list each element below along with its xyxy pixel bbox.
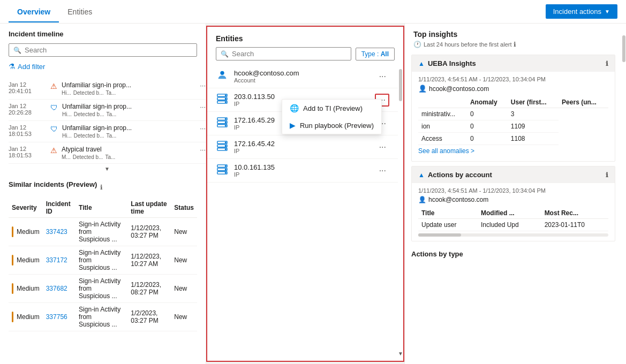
info-icon[interactable]: ℹ (514, 41, 516, 48)
see-all-anomalies-link[interactable]: See all anomalies > (418, 145, 474, 157)
timeline-title-text: Unfamiliar sign-in prop... (62, 124, 195, 132)
id-cell[interactable]: 337682 (43, 275, 76, 303)
add-filter-button[interactable]: ⚗ Add filter (9, 61, 45, 72)
collapse-icon[interactable]: ▲ (418, 171, 425, 179)
table-row: Medium 337172 Sign-in Activity from Susp… (9, 246, 197, 275)
more-options-icon[interactable]: ··· (200, 146, 206, 154)
col-modified[interactable]: Modified ... (478, 208, 541, 219)
scrollbar-thumb (622, 35, 625, 62)
actions-by-type-title: Actions by type (405, 246, 622, 258)
entity-item-account[interactable]: hcook@contoso.com Account ··· (207, 65, 398, 88)
add-to-ti-button[interactable]: 🌐 Add to TI (Preview) (282, 100, 381, 117)
incident-actions-button[interactable]: Incident actions ▼ (546, 4, 617, 19)
severity-cell: Medium (9, 275, 43, 303)
similar-incidents-title: Similar incidents (Preview) (9, 180, 97, 188)
col-anomaly[interactable]: Anomaly (467, 97, 508, 108)
right-panel-content: Top insights 🕐 Last 24 hours before the … (405, 30, 622, 358)
entity-name: 10.0.161.135 (234, 163, 371, 171)
actions-body: 1/11/2023, 4:54:51 AM - 1/12/2023, 10:34… (412, 183, 615, 241)
col-user[interactable]: User (first... (508, 97, 559, 108)
collapse-icon[interactable]: ▲ (418, 60, 425, 67)
similar-incidents-section: Similar incidents (Preview) ℹ Severity I… (0, 174, 206, 364)
recent-cell: 2023-01-11T0 (541, 219, 608, 231)
anomaly-cell: 0 (467, 133, 508, 145)
col-status[interactable]: Status (171, 198, 197, 218)
more-options-icon[interactable]: ··· (200, 124, 206, 132)
timeline-search-box[interactable]: 🔍 (9, 43, 197, 57)
actions-header: ▲ Actions by account ℹ (412, 166, 615, 183)
entities-search-row: 🔍 Type : All (207, 47, 403, 65)
server-icon (216, 164, 229, 177)
timeline-content: Unfamiliar sign-in prop... Hi... Detecte… (62, 81, 195, 96)
anomaly-cell: 0 (467, 120, 508, 133)
info-icon[interactable]: ℹ (100, 184, 103, 191)
timeline-content: Unfamiliar sign-in prop... Hi... Detecte… (62, 124, 195, 139)
title-cell: Update user (418, 219, 478, 231)
peers-cell: 1108 (508, 133, 559, 145)
similar-incidents-table: Severity Incident ID Title Last update t… (9, 198, 197, 331)
more-options-icon[interactable]: ··· (200, 103, 206, 111)
table-row: Access 0 1108 (418, 133, 608, 145)
run-playbook-button[interactable]: ▶ Run playbook (Preview) (282, 117, 381, 134)
timeline-item[interactable]: Jan 1220:26:28 🛡 Unfamiliar sign-in prop… (9, 100, 206, 121)
table-row: Medium 337756 Sign-in Activity from Susp… (9, 303, 197, 331)
entity-name: 172.16.45.42 (234, 140, 371, 148)
more-options-button[interactable]: ··· (376, 165, 389, 177)
time-cell: 1/12/2023, 03:27 PM (127, 218, 171, 246)
type-value: All (381, 50, 389, 58)
col-recent[interactable]: Most Rec... (541, 208, 608, 219)
timeline-item[interactable]: Jan 1218:01:53 🛡 Unfamiliar sign-in prop… (9, 121, 206, 142)
ueba-info-icon[interactable]: ℹ (606, 60, 608, 67)
more-options-button[interactable]: ··· (376, 71, 389, 82)
tab-entities[interactable]: Entities (59, 2, 101, 22)
col-severity[interactable]: Severity (9, 198, 43, 218)
server-icon (216, 140, 229, 154)
scroll-down-arrow[interactable]: ▼ (9, 164, 206, 174)
ueba-header: ▲ UEBA Insights ℹ (412, 55, 615, 72)
timeline-title-text: Unfamiliar sign-in prop... (62, 81, 195, 89)
timeline-content: Atypical travel M... Detected b... Ta... (62, 146, 195, 160)
svg-point-23 (225, 169, 226, 170)
svg-point-17 (225, 146, 226, 147)
more-options-icon[interactable]: ··· (200, 81, 206, 89)
tag: Hi... (62, 90, 71, 96)
col-title[interactable]: Title (76, 198, 127, 218)
timeline-item[interactable]: Jan 1220:41:01 ⚠ Unfamiliar sign-in prop… (9, 78, 206, 100)
status-cell: New (171, 218, 197, 246)
type-filter-badge[interactable]: Type : All (356, 48, 395, 60)
col-peers[interactable]: Peers (un... (559, 97, 608, 108)
similar-incidents-table-wrapper: Severity Incident ID Title Last update t… (9, 198, 197, 358)
tag: Detected b... (73, 154, 103, 160)
col-title[interactable]: Title (418, 208, 478, 219)
id-cell[interactable]: 337172 (43, 246, 76, 275)
actions-info-icon[interactable]: ℹ (606, 171, 608, 179)
entities-scrollbar[interactable]: ▼ (398, 65, 403, 361)
entity-item-ip3[interactable]: 172.16.45.42 IP ··· (207, 135, 398, 159)
svg-point-16 (225, 142, 226, 143)
ueba-user: 👤 hcook@contoso.com (418, 85, 608, 93)
globe-icon: 🌐 (290, 104, 299, 112)
col-incident-id[interactable]: Incident ID (43, 198, 76, 218)
id-cell[interactable]: 337756 (43, 303, 76, 331)
timeline-item[interactable]: Jan 1218:01:53 ⚠ Atypical travel M... De… (9, 142, 206, 164)
more-options-button[interactable]: ··· (376, 141, 389, 153)
ueba-date-range: 1/11/2023, 4:54:51 AM - 1/12/2023, 10:34… (418, 76, 608, 82)
title-cell: Sign-in Activity from Suspicious ... (76, 303, 127, 331)
tab-overview[interactable]: Overview (9, 2, 59, 22)
id-cell[interactable]: 337423 (43, 218, 76, 246)
table-row: Update user Included Upd 2023-01-11T0 (418, 219, 608, 231)
timeline-search-input[interactable] (25, 46, 192, 54)
col-last-update[interactable]: Last update time (127, 198, 171, 218)
tag: Detected b... (74, 133, 104, 139)
peers-cell: 3 (508, 108, 559, 120)
timeline-date: Jan 1220:41:01 (9, 81, 46, 94)
peers-cell: 1109 (508, 120, 559, 133)
right-scrollbar[interactable] (622, 30, 626, 358)
entity-item-ip4[interactable]: 10.0.161.135 IP ··· (207, 159, 398, 183)
entities-search-box[interactable]: 🔍 (216, 47, 351, 60)
entities-search-input[interactable] (232, 50, 346, 58)
horizontal-scrollbar[interactable] (418, 233, 608, 237)
status-cell: New (171, 303, 197, 331)
top-insights-subtitle: 🕐 Last 24 hours before the first alert ℹ (405, 41, 622, 50)
tag: M... (62, 154, 71, 160)
